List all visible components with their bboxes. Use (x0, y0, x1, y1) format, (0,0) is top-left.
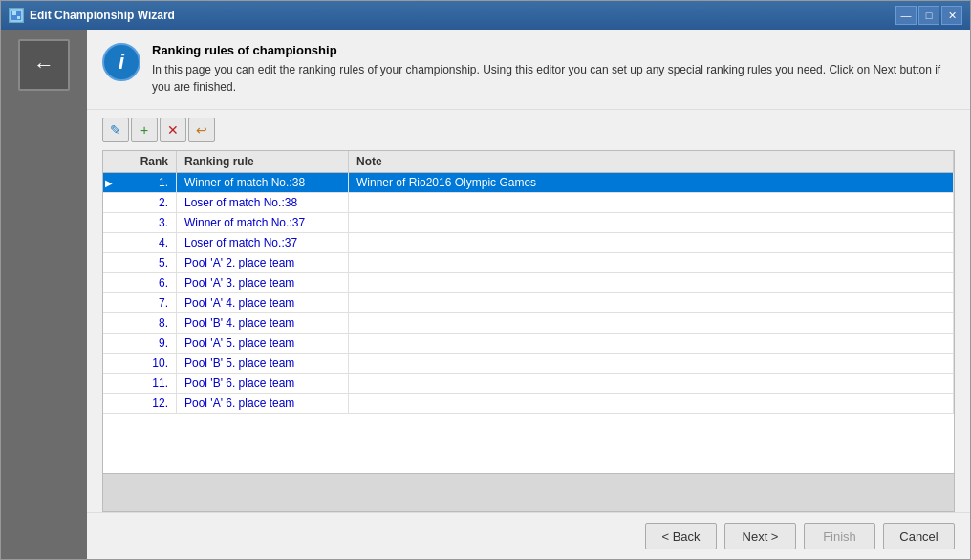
toolbar: ✎ + ✕ ↩ (87, 110, 970, 150)
delete-icon: ✕ (167, 122, 179, 138)
row-arrow (103, 193, 119, 213)
arrow-header (103, 151, 119, 173)
ranking-rule-cell: Pool 'A' 2. place team (177, 253, 349, 273)
rank-cell: 2. (119, 193, 177, 213)
footer: < Back Next > Finish Cancel (87, 512, 970, 559)
table-row[interactable]: 11.Pool 'B' 6. place team (103, 374, 954, 394)
ranking-rule-cell: Pool 'A' 3. place team (177, 273, 349, 293)
row-arrow (103, 394, 119, 414)
ranking-rule-cell: Pool 'B' 6. place team (177, 374, 349, 394)
row-arrow (103, 293, 119, 313)
table-footer-area (102, 474, 955, 512)
table-row[interactable]: 3.Winner of match No.:37 (103, 213, 954, 233)
table-row[interactable]: 5.Pool 'A' 2. place team (103, 253, 954, 273)
rank-cell: 8. (119, 313, 177, 334)
ranking-rule-cell: Pool 'B' 5. place team (177, 354, 349, 374)
table-row[interactable]: 4.Loser of match No.:37 (103, 233, 954, 253)
main-window: Edit Championship Wizard — □ ✕ ← i Ranki… (0, 0, 971, 560)
note-cell (349, 193, 954, 213)
ranking-rule-cell: Winner of match No.:37 (177, 213, 349, 233)
info-icon: i (102, 43, 140, 81)
ranking-rule-cell: Pool 'A' 4. place team (177, 293, 349, 313)
add-button[interactable]: + (131, 118, 158, 142)
minimize-button[interactable]: — (895, 6, 917, 25)
window-title: Edit Championship Wizard (30, 9, 890, 22)
ranking-rules-table[interactable]: Rank Ranking rule Note ▶1.Winner of matc… (102, 150, 955, 474)
finish-button[interactable]: Finish (804, 523, 875, 549)
edit-icon: ✎ (110, 122, 121, 138)
rank-cell: 11. (119, 374, 177, 394)
note-cell (349, 394, 954, 414)
ranking-rule-cell: Loser of match No.:37 (177, 233, 349, 253)
main-content: ← i Ranking rules of championship In thi… (1, 30, 970, 559)
table-header: Rank Ranking rule Note (103, 151, 954, 173)
undo-button[interactable]: ↩ (188, 118, 215, 142)
rank-cell: 5. (119, 253, 177, 273)
back-arrow-button[interactable]: ← (18, 39, 70, 91)
note-cell (349, 253, 954, 273)
note-cell: Winner of Rio2016 Olympic Games (349, 173, 954, 193)
window-controls: — □ ✕ (895, 6, 962, 25)
ranking-rule-column-header: Ranking rule (177, 151, 349, 173)
title-bar: Edit Championship Wizard — □ ✕ (1, 1, 970, 30)
table-row[interactable]: 12.Pool 'A' 6. place team (103, 394, 954, 414)
cancel-button[interactable]: Cancel (883, 523, 955, 549)
note-cell (349, 334, 954, 354)
row-arrow (103, 334, 119, 354)
table-row[interactable]: 8.Pool 'B' 4. place team (103, 313, 954, 334)
row-arrow (103, 313, 119, 334)
window-icon (9, 8, 24, 23)
table-row[interactable]: 9.Pool 'A' 5. place team (103, 334, 954, 354)
note-cell (349, 313, 954, 334)
rank-cell: 9. (119, 334, 177, 354)
row-arrow (103, 253, 119, 273)
table-row[interactable]: 10.Pool 'B' 5. place team (103, 354, 954, 374)
row-arrow (103, 354, 119, 374)
info-description: In this page you can edit the ranking ru… (152, 61, 955, 96)
note-cell (349, 213, 954, 233)
info-heading: Ranking rules of championship (152, 43, 955, 57)
rank-cell: 3. (119, 213, 177, 233)
table-body: ▶1.Winner of match No.:38Winner of Rio20… (103, 173, 954, 414)
rank-cell: 6. (119, 273, 177, 293)
right-panel: i Ranking rules of championship In this … (87, 30, 970, 559)
table-row[interactable]: ▶1.Winner of match No.:38Winner of Rio20… (103, 173, 954, 193)
undo-icon: ↩ (196, 122, 207, 138)
note-cell (349, 374, 954, 394)
back-button[interactable]: < Back (645, 523, 717, 549)
rank-cell: 4. (119, 233, 177, 253)
add-icon: + (140, 122, 148, 138)
left-panel: ← (1, 30, 87, 559)
rank-cell: 10. (119, 354, 177, 374)
rank-column-header: Rank (119, 151, 177, 173)
ranking-rule-cell: Pool 'B' 4. place team (177, 313, 349, 334)
ranking-rule-cell: Pool 'A' 6. place team (177, 394, 349, 414)
table-row[interactable]: 6.Pool 'A' 3. place team (103, 273, 954, 293)
row-arrow (103, 273, 119, 293)
svg-rect-2 (17, 16, 20, 19)
table-row[interactable]: 2.Loser of match No.:38 (103, 193, 954, 213)
close-button[interactable]: ✕ (941, 6, 962, 25)
ranking-rule-cell: Winner of match No.:38 (177, 173, 349, 193)
note-cell (349, 354, 954, 374)
table-row[interactable]: 7.Pool 'A' 4. place team (103, 293, 954, 313)
row-arrow (103, 213, 119, 233)
maximize-button[interactable]: □ (918, 6, 939, 25)
info-header: i Ranking rules of championship In this … (87, 30, 970, 110)
ranking-rule-cell: Loser of match No.:38 (177, 193, 349, 213)
delete-button[interactable]: ✕ (160, 118, 186, 142)
row-arrow (103, 233, 119, 253)
next-button[interactable]: Next > (724, 523, 796, 549)
row-arrow: ▶ (103, 173, 119, 193)
note-cell (349, 273, 954, 293)
ranking-rule-cell: Pool 'A' 5. place team (177, 334, 349, 354)
rank-cell: 1. (119, 173, 177, 193)
note-cell (349, 233, 954, 253)
svg-rect-1 (12, 11, 16, 15)
info-text: Ranking rules of championship In this pa… (152, 43, 955, 96)
edit-button[interactable]: ✎ (102, 118, 129, 142)
rank-cell: 7. (119, 293, 177, 313)
note-column-header: Note (349, 151, 954, 173)
row-arrow (103, 374, 119, 394)
note-cell (349, 293, 954, 313)
